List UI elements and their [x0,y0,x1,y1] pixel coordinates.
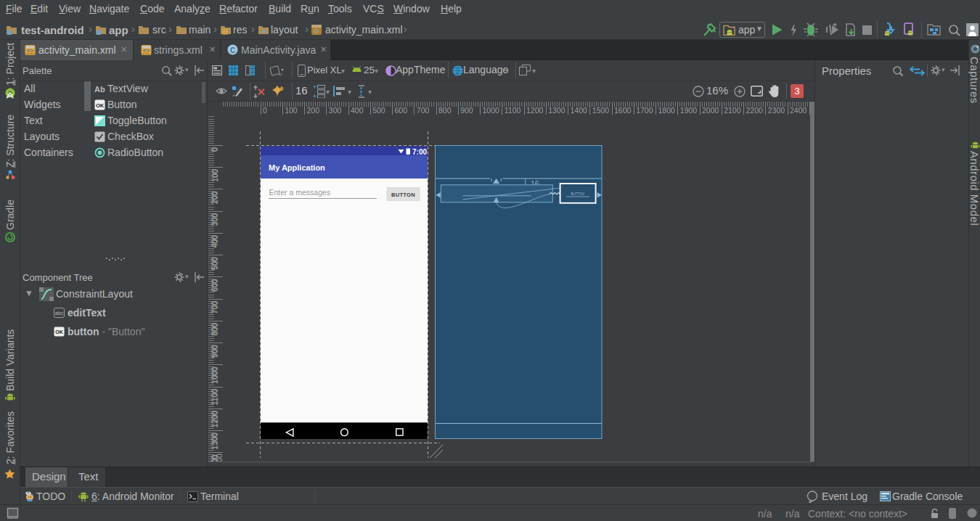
svg-text:1000: 1000 [211,366,219,384]
svg-text:1100: 1100 [505,106,521,115]
svg-text:400: 400 [211,235,219,248]
svg-text:BUTTON: BUTTON [571,192,584,196]
svg-text:700: 700 [211,300,219,313]
svg-text:1300: 1300 [211,432,219,450]
svg-text:7:00: 7:00 [412,148,427,156]
svg-text:300: 300 [329,106,342,115]
svg-text:Ab: Ab [94,85,105,94]
svg-text:300: 300 [211,213,219,226]
svg-text:1000: 1000 [483,106,500,115]
svg-text:My Application: My Application [269,163,325,172]
svg-text:800: 800 [211,323,219,336]
svg-text:1800: 1800 [658,106,676,115]
svg-text:C: C [230,46,235,54]
svg-text:1400: 1400 [571,106,588,115]
svg-text:600: 600 [211,279,219,292]
svg-text:0: 0 [211,147,219,152]
svg-text:Enter a messages: Enter a messages [269,188,331,197]
svg-text:1600: 1600 [614,106,632,115]
svg-text:OK: OK [55,329,63,335]
svg-text:900: 900 [460,106,473,115]
svg-text:<>: <> [27,47,33,54]
svg-text:500: 500 [211,257,219,270]
svg-text:<>: <> [143,47,150,54]
svg-text:BUTTON: BUTTON [391,192,415,198]
svg-text:400: 400 [351,106,364,115]
svg-text:2300: 2300 [768,106,785,115]
svg-text:1700: 1700 [636,106,653,115]
svg-text:2400: 2400 [790,106,807,115]
svg-text:1500: 1500 [592,106,610,115]
svg-text:OK: OK [96,102,105,109]
svg-text:2200: 2200 [746,106,764,115]
svg-text:800: 800 [438,106,452,115]
svg-text:2100: 2100 [724,106,741,115]
svg-text:1200: 1200 [526,106,544,115]
svg-text:1900: 1900 [680,106,698,115]
svg-text:900: 900 [211,345,219,358]
svg-text:700: 700 [417,106,430,115]
svg-text:1100: 1100 [211,388,219,405]
svg-text:500: 500 [372,106,385,115]
svg-text:abc: abc [55,311,64,316]
svg-text:0: 0 [263,106,267,115]
svg-text:600: 600 [395,106,408,115]
svg-text:100: 100 [211,169,219,182]
svg-text:200: 200 [211,191,219,204]
svg-text:1200: 1200 [211,411,219,428]
svg-text:1300: 1300 [548,106,565,115]
svg-text:100: 100 [285,106,298,115]
svg-text:200: 200 [307,106,320,115]
svg-text:2000: 2000 [702,106,719,115]
svg-text:◇: ◇ [314,28,319,34]
